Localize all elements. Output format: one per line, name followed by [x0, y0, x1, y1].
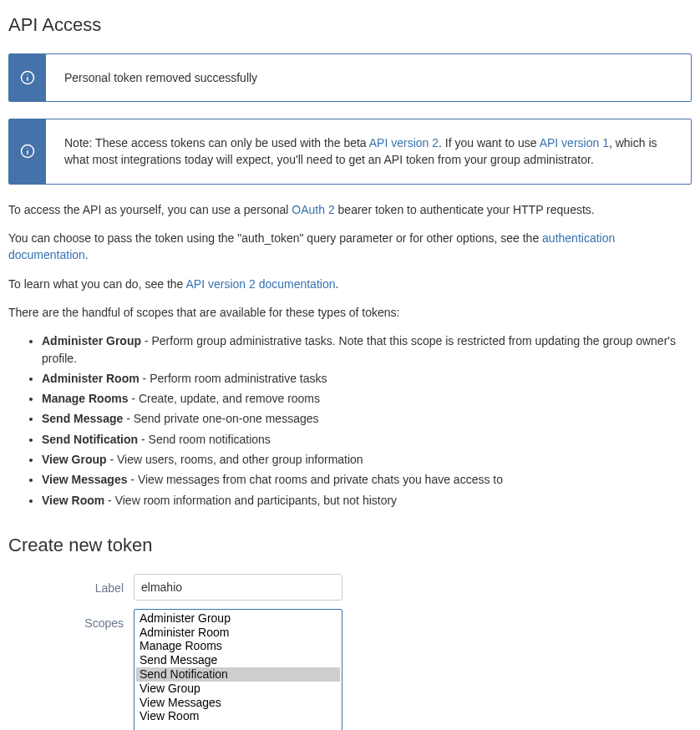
scope-item-desc: - Create, update, and remove rooms — [128, 392, 320, 405]
scope-item-name: Send Notification — [42, 433, 138, 446]
alert-note-prefix: Note: These access tokens can only be us… — [64, 136, 369, 150]
scope-item: Send Message - Send private one-on-one m… — [42, 410, 692, 427]
info-icon — [9, 119, 46, 184]
link-api-v2-docs[interactable]: API version 2 documentation — [185, 277, 335, 291]
alert-note: Note: These access tokens can only be us… — [8, 119, 692, 185]
scope-item: Manage Rooms - Create, update, and remov… — [42, 390, 692, 407]
scope-item-desc: - View messages from chat rooms and priv… — [127, 473, 503, 486]
scope-option[interactable]: View Messages — [136, 696, 340, 710]
alert-success-text: Personal token removed successfully — [46, 54, 272, 101]
scope-item: Send Notification - Send room notificati… — [42, 431, 692, 448]
scope-item-desc: - Send private one-on-one messages — [123, 412, 318, 425]
label-input[interactable] — [134, 574, 342, 601]
scope-item: Administer Room - Perform room administr… — [42, 370, 692, 387]
scope-item: View Messages - View messages from chat … — [42, 471, 692, 488]
scope-option[interactable]: View Group — [136, 682, 340, 696]
intro-p1-a: To access the API as yourself, you can u… — [8, 203, 292, 216]
link-api-v1[interactable]: API version 1 — [540, 136, 609, 150]
alert-note-mid1: . If you want to use — [439, 136, 540, 150]
info-icon — [9, 54, 46, 101]
scope-option[interactable]: Administer Room — [136, 626, 340, 640]
scope-item-name: Administer Group — [42, 334, 141, 347]
scope-option[interactable]: Manage Rooms — [136, 639, 340, 653]
intro-p3-a: To learn what you can do, see the — [8, 277, 185, 291]
intro-p2: You can choose to pass the token using t… — [8, 230, 692, 264]
alert-note-text: Note: These access tokens can only be us… — [46, 119, 691, 184]
scopes-field-label: Scopes — [8, 609, 134, 631]
scope-item-name: View Messages — [42, 473, 127, 486]
link-api-v2[interactable]: API version 2 — [369, 136, 439, 150]
intro-p4: There are the handful of scopes that are… — [8, 304, 692, 321]
scope-item-name: Manage Rooms — [42, 392, 128, 405]
intro-p3-b: . — [335, 277, 338, 291]
scope-item: View Group - View users, rooms, and othe… — [42, 451, 692, 468]
svg-point-5 — [27, 149, 28, 150]
scopes-list: Administer Group - Perform group adminis… — [8, 332, 692, 509]
scope-item-desc: - Send room notifications — [138, 433, 271, 446]
scope-option[interactable]: View Room — [136, 709, 340, 723]
scopes-select[interactable]: Administer GroupAdminister RoomManage Ro… — [134, 609, 342, 730]
intro-p3: To learn what you can do, see the API ve… — [8, 276, 692, 292]
scope-item-desc: - View room information and participants… — [104, 494, 397, 507]
scope-item-desc: - Perform room administrative tasks — [139, 372, 327, 385]
form-row-scopes: Scopes Administer GroupAdminister RoomMa… — [8, 609, 692, 730]
svg-point-2 — [27, 74, 28, 75]
scope-item-name: View Room — [42, 494, 104, 507]
intro-p2-b: . — [85, 248, 89, 261]
intro-p2-a: You can choose to pass the token using t… — [8, 231, 542, 245]
scope-item-name: View Group — [42, 453, 107, 466]
alert-success: Personal token removed successfully — [8, 53, 692, 102]
page-title: API Access — [8, 12, 692, 38]
scope-option[interactable]: Administer Group — [136, 611, 340, 626]
create-token-heading: Create new token — [8, 532, 692, 559]
scope-item: View Room - View room information and pa… — [42, 492, 692, 509]
form-row-label: Label — [8, 574, 692, 601]
intro-p1-b: bearer token to authenticate your HTTP r… — [335, 203, 595, 216]
scope-item-name: Send Message — [42, 412, 123, 425]
scope-item-name: Administer Room — [42, 372, 139, 385]
label-field-label: Label — [8, 574, 134, 596]
scope-option[interactable]: Send Notification — [136, 667, 340, 682]
scope-item: Administer Group - Perform group adminis… — [42, 332, 692, 367]
scope-item-desc: - View users, rooms, and other group inf… — [107, 453, 363, 466]
link-oauth2[interactable]: OAuth 2 — [292, 203, 334, 216]
scope-option[interactable]: Send Message — [136, 653, 340, 667]
intro-p1: To access the API as yourself, you can u… — [8, 201, 692, 218]
